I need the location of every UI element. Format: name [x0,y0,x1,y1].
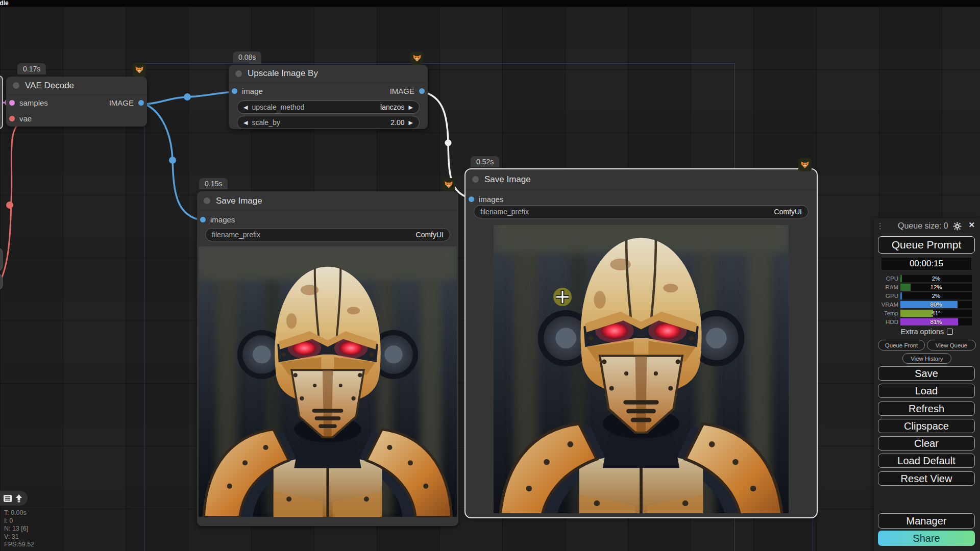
close-icon[interactable]: ✕ [968,220,975,230]
slot-label: image [242,87,263,95]
fox-badge [442,178,455,191]
monitor-bar: 41° [900,310,972,317]
extra-options-row: Extra options [874,328,980,336]
view-history-button[interactable]: View History [902,353,951,364]
gear-icon[interactable] [953,222,962,231]
slot-label: vae [19,114,32,123]
node-upscale-image-by[interactable]: 0.08s Upscale Image By image IMAGE ◀ ups… [229,65,428,129]
share-button[interactable]: Share [878,531,975,546]
load-button[interactable]: Load [878,384,975,398]
monitor-row: RAM 12% [874,283,980,291]
queue-prompt-button[interactable]: Queue Prompt [878,236,975,254]
node-title: Save Image [484,174,531,185]
widget-name: filename_prefix [212,231,260,239]
selection-frame-segment [813,517,813,551]
timing-badge: 0.52s [471,156,499,167]
input-slot-images[interactable] [469,196,474,202]
next-value-icon[interactable]: ▶ [409,120,413,126]
image-preview [494,225,789,513]
monitor-bar: 2% [900,275,972,282]
monitor-value: 81% [900,318,972,325]
robot-image [494,225,789,513]
arrow-up-icon[interactable] [15,494,22,503]
perf-line: I: 0 [4,517,34,525]
prev-value-icon[interactable]: ◀ [243,105,248,110]
robot-image [199,246,457,517]
perf-line: T: 0.00s [4,509,34,517]
widget-filename-prefix[interactable]: filename_prefix ComfyUI [205,228,450,241]
save-button[interactable]: Save [878,366,975,381]
slot-label: samples [19,98,48,107]
next-value-icon[interactable]: ▶ [409,105,413,110]
monitor-row: Temp 41° [874,309,980,317]
workflow-list-icon[interactable] [4,495,12,502]
monitor-bar: 81% [900,318,972,325]
view-queue-button[interactable]: View Queue [927,340,976,350]
prev-value-icon[interactable]: ◀ [243,120,248,126]
comfyui-app: Idle 0.17s VAE Decode samples IMAGE [0,0,980,551]
monitor-value: 41° [900,310,972,317]
input-slot-samples[interactable] [9,100,15,106]
node-save-image-right[interactable]: 0.52s Save Image images filename_prefix … [465,169,817,517]
slot-label: images [210,215,235,224]
widget-scale-by[interactable]: ◀ scale_by 2.00 ▶ [237,116,420,129]
offscreen-node-edge[interactable] [0,76,3,129]
node-vae-decode[interactable]: 0.17s VAE Decode samples IMAGE vae [6,77,147,127]
node-title: Save Image [216,196,262,206]
node-header[interactable]: Save Image [197,191,458,211]
fox-icon [135,65,144,74]
elapsed-timer: 00:00:15 [881,258,971,270]
node-title: Upscale Image By [248,68,318,79]
node-header[interactable]: VAE Decode [6,77,147,95]
monitor-label: CPU [874,276,900,282]
clear-button[interactable]: Clear [878,436,975,450]
monitor-row: GPU 2% [874,292,980,300]
monitor-label: Temp [874,310,900,316]
perf-line: FPS:59.52 [4,541,34,549]
node-title: VAE Decode [25,81,74,91]
input-slot-vae[interactable] [9,116,15,121]
clipspace-button[interactable]: Clipspace [878,419,975,433]
offscreen-node-edge[interactable] [0,248,3,271]
monitor-row: CPU 2% [874,274,980,283]
page-title: Idle [0,0,9,7]
timing-badge: 0.08s [233,52,261,63]
output-slot-image[interactable] [419,88,425,94]
monitor-label: RAM [874,284,900,290]
monitor-value: 80% [900,301,972,308]
image-preview [199,246,457,517]
node-header[interactable]: Upscale Image By [229,65,428,83]
slot-label: IMAGE [390,87,414,95]
widget-name: upscale_method [252,103,304,111]
collapse-dot[interactable] [204,197,210,204]
drag-handle-icon[interactable]: ⋮ [876,221,884,231]
offscreen-node-edge[interactable] [0,274,3,290]
node-save-image-left[interactable]: 0.15s Save Image images filename_prefix … [197,191,458,526]
timing-badge: 0.15s [199,178,228,189]
load-default-button[interactable]: Load Default [878,454,975,468]
widget-value: ComfyUI [774,208,802,216]
queue-front-button[interactable]: Queue Front [878,340,925,350]
manager-button[interactable]: Manager [878,513,975,529]
extra-options-checkbox[interactable] [947,329,953,335]
reset-view-button[interactable]: Reset View [878,471,975,486]
collapse-dot[interactable] [13,82,19,89]
refresh-button[interactable]: Refresh [878,402,975,416]
node-header[interactable]: Save Image [465,169,817,190]
monitor-label: HDD [874,319,900,325]
monitor-row: VRAM 80% [874,300,980,309]
monitor-bar: 12% [900,284,972,291]
output-slot-image[interactable] [138,100,144,106]
widget-upscale-method[interactable]: ◀ upscale_method lanczos ▶ [237,101,420,114]
widget-filename-prefix[interactable]: filename_prefix ComfyUI [474,205,808,218]
collapse-dot[interactable] [235,70,242,77]
collapse-dot[interactable] [472,176,479,183]
comfy-menu: ⋮ Queue size: 0 [874,218,980,551]
monitor-bar: 80% [900,301,972,308]
input-slot-images[interactable] [200,217,206,222]
monitor-value: 2% [900,292,972,299]
perf-line: N: 13 [6] [4,525,34,533]
input-slot-image[interactable] [232,88,237,94]
perf-line: V: 31 [4,533,34,541]
fox-icon [444,180,453,189]
